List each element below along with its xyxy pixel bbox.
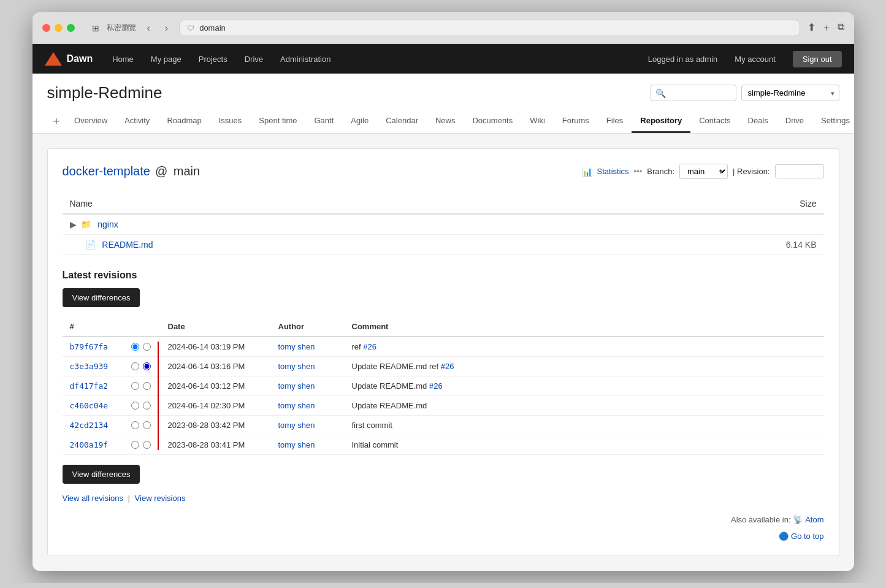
col-author: Author [271,317,345,337]
radio-cell [124,357,161,376]
tab-overview-icon[interactable]: ⧉ [838,21,844,34]
back-button[interactable]: ‹ [143,21,154,35]
radio-from-2[interactable] [131,382,139,390]
browser-nav-controls: ⊞ [92,23,99,33]
close-window-button[interactable] [42,24,50,32]
revision-comment: Update README.md [345,396,824,416]
project-dropdown-wrapper: simple-Redmine [741,85,839,101]
author-link[interactable]: tomy shen [278,342,315,351]
chart-icon: 📊 [582,167,592,177]
author-link[interactable]: tomy shen [278,421,315,430]
author-link[interactable]: tomy shen [278,381,315,391]
revision-date: 2024-06-14 02:30 PM [161,396,271,416]
file-size-cell [583,214,823,235]
revision-hash-link[interactable]: df417fa2 [70,381,109,391]
repo-title-area: docker-template @ main [63,164,200,178]
tab-spent-time[interactable]: Spent time [250,110,305,133]
tab-agile[interactable]: Agile [342,110,377,133]
statistics-link[interactable]: Statistics [597,167,629,176]
issue-link[interactable]: #26 [429,381,443,391]
project-selector[interactable]: simple-Redmine [741,85,839,101]
nav-mypage[interactable]: My page [143,50,189,69]
revision-hash-link[interactable]: b79f67fa [70,342,109,351]
radio-to-5[interactable] [143,441,151,449]
tab-activity[interactable]: Activity [116,110,158,133]
revision-date: 2024-06-14 03:19 PM [161,337,271,357]
nav-drive[interactable]: Drive [237,50,270,69]
nav-home[interactable]: Home [105,50,141,69]
author-link[interactable]: tomy shen [278,401,315,410]
table-row: b79f67fa2024-06-14 03:19 PMtomy shenref … [63,337,824,357]
forward-button[interactable]: › [161,21,172,35]
atom-feed-link[interactable]: 📡 Atom [793,515,823,524]
revision-comment: first commit [345,416,824,435]
view-revisions-link[interactable]: View revisions [135,494,186,503]
maximize-window-button[interactable] [67,24,75,32]
my-account-link[interactable]: My account [727,50,782,69]
new-tab-icon[interactable]: ＋ [822,21,831,34]
tab-repository[interactable]: Repository [632,110,690,133]
browser-titlebar: ⊞ 私密瀏覽 ‹ › 🛡 domain ⬆ ＋ ⧉ [32,12,854,44]
revision-input[interactable] [775,164,824,178]
sidebar-toggle-icon[interactable]: ⊞ [92,23,99,33]
file-link[interactable]: README.md [102,240,153,250]
tab-files[interactable]: Files [598,110,632,133]
revision-hash-link[interactable]: c3e3a939 [70,362,109,371]
bottom-links: View all revisions | View revisions [63,494,824,503]
minimize-window-button[interactable] [55,24,63,32]
tab-overview[interactable]: Overview [66,110,116,133]
nav-projects[interactable]: Projects [191,50,235,69]
radio-from-0[interactable] [131,343,139,351]
folder-link[interactable]: nginx [97,220,118,229]
tab-calendar[interactable]: Calendar [377,110,427,133]
radio-to-0[interactable] [143,343,151,351]
tab-deals[interactable]: Deals [739,110,777,133]
tab-gantt[interactable]: Gantt [305,110,342,133]
tab-settings[interactable]: Settings [812,110,854,133]
tab-forums[interactable]: Forums [554,110,598,133]
tab-roadmap[interactable]: Roadmap [158,110,210,133]
radio-to-2[interactable] [143,382,151,390]
repo-name-link[interactable]: docker-template [63,164,150,178]
col-radio [124,317,161,337]
radio-to-3[interactable] [143,402,151,410]
sign-out-button[interactable]: Sign out [793,51,842,67]
table-row: 📄 README.md 6.14 KB [63,235,824,255]
radio-from-4[interactable] [131,421,139,429]
view-differences-button-top[interactable]: View differences [63,288,140,307]
radio-to-4[interactable] [143,421,151,429]
radio-from-3[interactable] [131,402,139,410]
radio-to-1[interactable] [143,362,151,370]
table-row: df417fa22024-06-14 03:12 PMtomy shenUpda… [63,376,824,396]
issue-link[interactable]: #26 [363,342,376,351]
tab-issues[interactable]: Issues [210,110,251,133]
top-nav-links: Home My page Projects Drive Administrati… [105,50,648,69]
share-icon[interactable]: ⬆ [808,21,815,34]
main-content: docker-template @ main 📊 Statistics ••• … [32,134,854,571]
tab-drive[interactable]: Drive [777,110,812,133]
tab-news[interactable]: News [427,110,464,133]
repo-controls: 📊 Statistics ••• Branch: main | Revision… [582,164,824,179]
tab-documents[interactable]: Documents [464,110,521,133]
tab-wiki[interactable]: Wiki [521,110,554,133]
go-to-top: 🔵 Go to top [63,532,824,541]
radio-cell [124,416,161,435]
author-link[interactable]: tomy shen [278,362,315,371]
search-wrapper: 🔍 [651,85,736,101]
branch-selector[interactable]: main [679,164,728,179]
nav-administration[interactable]: Administration [273,50,338,69]
view-differences-button-bottom[interactable]: View differences [63,465,140,484]
revision-hash-link[interactable]: c460c04e [70,401,109,410]
url-bar[interactable]: 🛡 domain [179,20,800,36]
radio-from-1[interactable] [131,362,139,370]
revision-hash-link[interactable]: 42cd2134 [70,421,109,430]
revision-hash-link[interactable]: 2400a19f [70,440,109,449]
author-link[interactable]: tomy shen [278,440,315,449]
issue-link[interactable]: #26 [441,362,454,371]
go-to-top-link[interactable]: 🔵 Go to top [779,532,823,541]
view-all-revisions-link[interactable]: View all revisions [63,494,123,503]
radio-from-5[interactable] [131,441,139,449]
nav-add-button[interactable]: + [47,110,66,133]
tab-contacts[interactable]: Contacts [690,110,739,133]
expand-icon[interactable]: ▶ [70,220,77,229]
